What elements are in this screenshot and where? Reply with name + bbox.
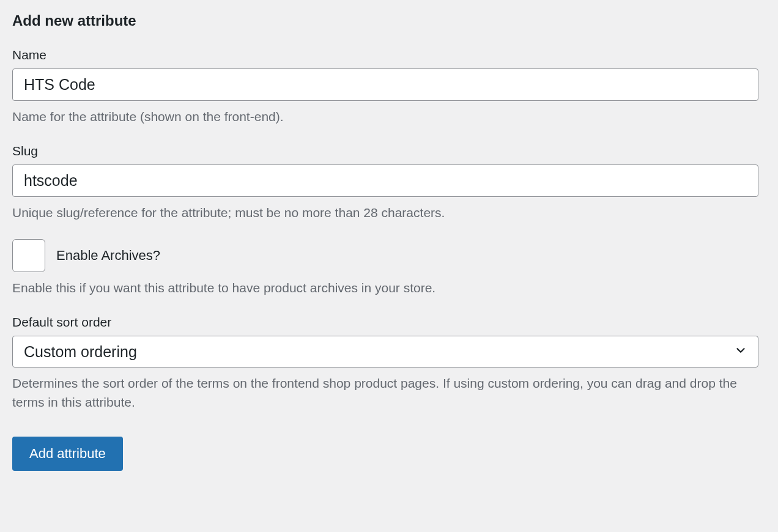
enable-archives-field-group: Enable Archives? Enable this if you want… <box>12 239 766 298</box>
add-attribute-form: Add new attribute Name Name for the attr… <box>12 12 766 471</box>
slug-input[interactable] <box>12 164 758 197</box>
name-input[interactable] <box>12 68 758 101</box>
slug-field-group: Slug Unique slug/reference for the attri… <box>12 144 766 223</box>
enable-archives-help-text: Enable this if you want this attribute t… <box>12 278 766 298</box>
slug-label: Slug <box>12 144 766 158</box>
name-help-text: Name for the attribute (shown on the fro… <box>12 107 766 127</box>
name-label: Name <box>12 48 766 62</box>
slug-help-text: Unique slug/reference for the attribute;… <box>12 203 766 223</box>
enable-archives-label: Enable Archives? <box>56 248 160 264</box>
name-field-group: Name Name for the attribute (shown on th… <box>12 48 766 127</box>
enable-archives-checkbox[interactable] <box>12 239 45 272</box>
sort-order-help-text: Determines the sort order of the terms o… <box>12 374 766 412</box>
sort-order-field-group: Default sort order Custom ordering Deter… <box>12 315 766 412</box>
add-attribute-button[interactable]: Add attribute <box>12 437 123 471</box>
sort-order-select[interactable]: Custom ordering <box>12 336 758 368</box>
form-heading: Add new attribute <box>12 12 766 29</box>
sort-order-label: Default sort order <box>12 315 766 330</box>
